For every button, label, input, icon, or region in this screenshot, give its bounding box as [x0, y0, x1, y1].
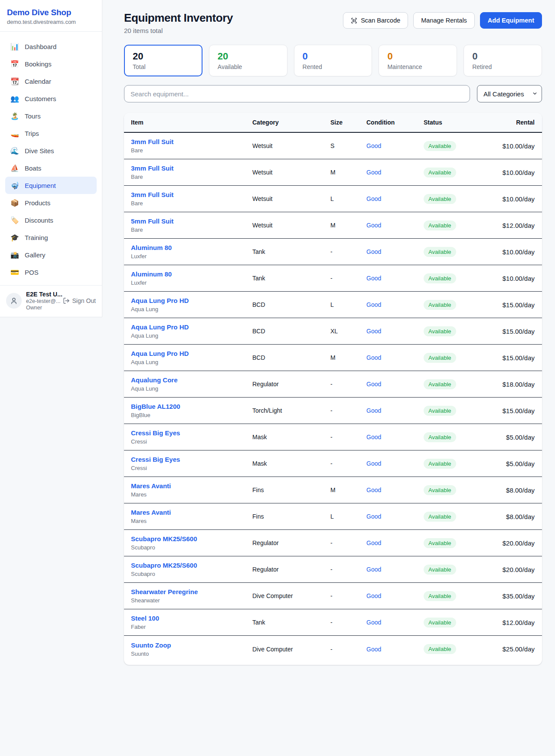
item-link[interactable]: Steel 100 [131, 615, 159, 622]
table-body: 3mm Full SuitBareWetsuitSGoodAvailable$1… [124, 133, 542, 662]
sidebar-item-dashboard[interactable]: 📊Dashboard [5, 38, 97, 55]
status-badge: Available [424, 512, 456, 522]
sidebar-item-trips[interactable]: 🚤Trips [5, 125, 97, 142]
stat-card-maintenance[interactable]: 0Maintenance [379, 45, 457, 76]
stat-value: 0 [303, 51, 364, 62]
item-link[interactable]: Aqua Lung Pro HD [131, 323, 189, 331]
sidebar-item-dive-sites[interactable]: 🌊Dive Sites [5, 142, 97, 159]
sidebar-item-pos[interactable]: 💳POS [5, 263, 97, 281]
item-link[interactable]: Cressi Big Eyes [131, 456, 180, 463]
condition-link[interactable]: Good [366, 619, 381, 626]
status-cell: Available [424, 538, 489, 548]
condition-link[interactable]: Good [366, 646, 381, 653]
item-link[interactable]: 3mm Full Suit [131, 164, 173, 172]
status-cell: Available [424, 326, 489, 336]
condition-link[interactable]: Good [366, 328, 381, 335]
item-link[interactable]: Suunto Zoop [131, 641, 171, 649]
manage-rentals-button[interactable]: Manage Rentals [413, 12, 475, 29]
stat-card-total[interactable]: 20Total [124, 45, 202, 76]
condition-link[interactable]: Good [366, 486, 381, 493]
status-cell: Available [424, 379, 489, 389]
item-cell: Mares AvantiMares [131, 509, 252, 524]
status-cell: Available [424, 485, 489, 495]
condition-cell: Good [366, 275, 424, 282]
table-row: 5mm Full SuitBareWetsuitMGoodAvailable$1… [124, 212, 542, 239]
item-brand: Scubapro [131, 544, 252, 551]
sidebar-item-gallery[interactable]: 📸Gallery [5, 246, 97, 263]
condition-link[interactable]: Good [366, 275, 381, 282]
sidebar-item-products[interactable]: 📦Products [5, 194, 97, 211]
item-link[interactable]: Mares Avanti [131, 482, 171, 490]
table-row: Aqua Lung Pro HDAqua LungBCDMGoodAvailab… [124, 345, 542, 371]
condition-link[interactable]: Good [366, 169, 381, 176]
condition-link[interactable]: Good [366, 301, 381, 308]
item-link[interactable]: Scubapro MK25/S600 [131, 562, 197, 569]
avatar [6, 293, 22, 309]
condition-link[interactable]: Good [366, 407, 381, 414]
item-link[interactable]: Mares Avanti [131, 509, 171, 516]
item-link[interactable]: 3mm Full Suit [131, 138, 173, 145]
stat-card-retired[interactable]: 0Retired [464, 45, 542, 76]
sidebar-item-boats[interactable]: ⛵Boats [5, 159, 97, 177]
scan-barcode-button[interactable]: Scan Barcode [343, 12, 408, 29]
sign-out-button[interactable]: Sign Out [63, 297, 96, 304]
item-link[interactable]: 3mm Full Suit [131, 191, 173, 198]
item-link[interactable]: Aqua Lung Pro HD [131, 350, 189, 357]
condition-link[interactable]: Good [366, 222, 381, 229]
condition-link[interactable]: Good [366, 539, 381, 546]
sidebar-item-equipment[interactable]: 🤿Equipment [5, 177, 97, 194]
condition-link[interactable]: Good [366, 460, 381, 467]
search-input[interactable] [124, 85, 470, 102]
sidebar-item-calendar[interactable]: 📆Calendar [5, 72, 97, 90]
condition-link[interactable]: Good [366, 566, 381, 573]
item-link[interactable]: Cressi Big Eyes [131, 429, 180, 437]
table-header-row: Item Category Size Condition Status Rent… [124, 113, 542, 133]
condition-link[interactable]: Good [366, 434, 381, 440]
item-link[interactable]: Aqualung Core [131, 376, 178, 384]
item-link[interactable]: 5mm Full Suit [131, 217, 173, 225]
item-link[interactable]: BigBlue AL1200 [131, 403, 180, 410]
category-cell: Regulator [252, 381, 330, 388]
item-link[interactable]: Scubapro MK25/S600 [131, 535, 197, 542]
condition-cell: Good [366, 381, 424, 388]
status-badge: Available [424, 247, 456, 257]
status-badge: Available [424, 591, 456, 601]
condition-link[interactable]: Good [366, 381, 381, 388]
category-cell: Wetsuit [252, 142, 330, 149]
condition-cell: Good [366, 592, 424, 599]
sidebar-item-customers[interactable]: 👥Customers [5, 90, 97, 107]
item-link[interactable]: Aluminum 80 [131, 244, 172, 251]
item-link[interactable]: Shearwater Peregrine [131, 588, 198, 595]
category-select[interactable]: All Categories [477, 85, 542, 102]
training-icon: 🎓 [10, 233, 19, 242]
condition-cell: Good [366, 222, 424, 229]
condition-link[interactable]: Good [366, 195, 381, 202]
sidebar-item-tours[interactable]: 🏝️Tours [5, 107, 97, 125]
item-cell: 5mm Full SuitBare [131, 217, 252, 233]
item-link[interactable]: Aqua Lung Pro HD [131, 297, 189, 304]
sidebar-item-bookings[interactable]: 📅Bookings [5, 55, 97, 72]
condition-link[interactable]: Good [366, 142, 381, 149]
size-cell: - [330, 460, 366, 467]
pos-icon: 💳 [10, 268, 19, 276]
condition-link[interactable]: Good [366, 248, 381, 255]
item-cell: Aluminum 80Luxfer [131, 244, 252, 260]
condition-cell: Good [366, 486, 424, 493]
item-cell: Scubapro MK25/S600Scubapro [131, 562, 252, 577]
stat-card-available[interactable]: 20Available [209, 45, 287, 76]
discounts-icon: 🏷️ [10, 216, 19, 224]
item-cell: Cressi Big EyesCressi [131, 429, 252, 445]
category-cell: Tank [252, 248, 330, 255]
col-header-category: Category [252, 119, 330, 126]
add-equipment-button[interactable]: Add Equipment [480, 12, 542, 29]
status-badge: Available [424, 618, 456, 628]
stat-card-rented[interactable]: 0Rented [294, 45, 372, 76]
condition-link[interactable]: Good [366, 592, 381, 599]
item-cell: 3mm Full SuitBare [131, 138, 252, 154]
condition-link[interactable]: Good [366, 354, 381, 361]
item-brand: Bare [131, 147, 252, 154]
condition-link[interactable]: Good [366, 513, 381, 520]
item-link[interactable]: Aluminum 80 [131, 270, 172, 278]
sidebar-item-training[interactable]: 🎓Training [5, 229, 97, 246]
sidebar-item-discounts[interactable]: 🏷️Discounts [5, 211, 97, 229]
